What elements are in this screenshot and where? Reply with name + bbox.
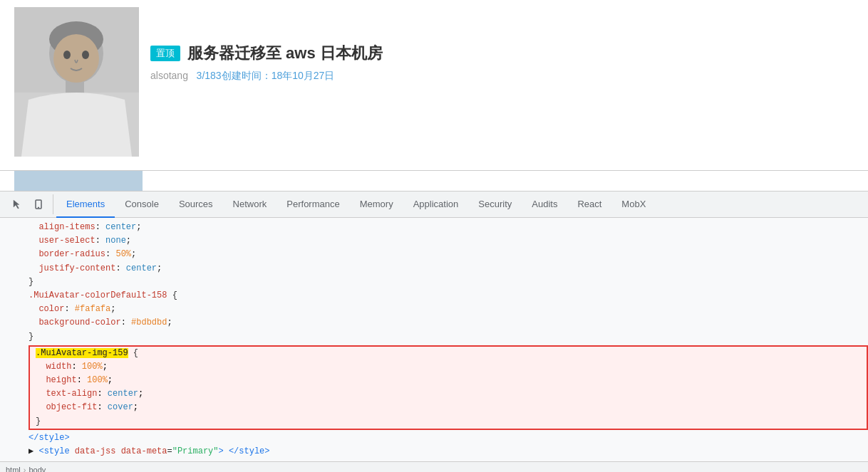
tab-console[interactable]: Console <box>115 191 169 218</box>
tab-memory[interactable]: Memory <box>350 191 403 218</box>
inspect-icon[interactable] <box>7 194 27 214</box>
code-line: .MuiAvatar-colorDefault-158 { <box>0 289 868 303</box>
partial-image-strip <box>14 171 143 191</box>
post-title-row: 置顶 服务器迁移至 aws 日本机房 <box>150 43 383 64</box>
devtools-icon-group <box>3 194 53 214</box>
selected-css-block[interactable]: .MuiAvatar-img-159 { width: 100%; height… <box>29 345 868 430</box>
page-preview: 置顶 服务器迁移至 aws 日本机房 alsotang 3/183创建时间：18… <box>0 0 868 171</box>
post-title: 服务器迁移至 aws 日本机房 <box>187 43 383 64</box>
code-line: align-items: center; <box>0 221 868 234</box>
avatar <box>14 7 139 157</box>
post-info: 置顶 服务器迁移至 aws 日本机房 alsotang 3/183创建时间：18… <box>150 7 383 83</box>
tab-network[interactable]: Network <box>223 191 277 218</box>
breadcrumb-body[interactable]: body <box>29 466 46 472</box>
tab-application[interactable]: Application <box>403 191 469 218</box>
svg-point-6 <box>63 51 71 59</box>
tab-mobx[interactable]: MobX <box>611 191 656 218</box>
code-line-close-brace: } <box>30 415 867 429</box>
post-meta: alsotang 3/183创建时间：18年10月27日 <box>150 70 383 83</box>
code-line: ▶ <style data-jss data-meta="Primary"> <… <box>0 445 868 458</box>
device-toggle-icon[interactable] <box>29 194 48 214</box>
devtools-toolbar: Elements Console Sources Network Perform… <box>0 191 868 218</box>
tab-react[interactable]: React <box>567 191 611 218</box>
code-line-height: height: 100%; <box>30 374 867 387</box>
code-line: justify-content: center; <box>0 262 868 276</box>
code-line: user-select: none; <box>0 234 868 248</box>
tab-performance[interactable]: Performance <box>277 191 349 218</box>
username: alsotang <box>150 70 188 81</box>
code-line: border-radius: 50%; <box>0 248 868 261</box>
code-line: </style> <box>0 431 868 445</box>
code-line-width: width: 100%; <box>30 360 867 374</box>
tab-elements[interactable]: Elements <box>56 191 115 218</box>
top-badge: 置顶 <box>150 46 180 61</box>
code-line: } <box>0 276 868 289</box>
tab-sources[interactable]: Sources <box>169 191 223 218</box>
code-line: } <box>0 330 868 344</box>
code-line: background-color: #bdbdbd; <box>0 316 868 330</box>
tab-security[interactable]: Security <box>468 191 522 218</box>
post-meta-text: 3/183创建时间：18年10月27日 <box>197 70 335 81</box>
bottom-breadcrumb-bar: html › body <box>0 461 868 472</box>
svg-point-5 <box>53 34 99 83</box>
code-line-text-align: text-align: center; <box>30 387 867 401</box>
svg-point-7 <box>82 51 89 59</box>
breadcrumb-sep-1: › <box>24 466 26 472</box>
code-line-object-fit: object-fit: cover; <box>30 401 867 414</box>
code-panel: align-items: center; user-select: none; … <box>0 218 868 461</box>
breadcrumb-html[interactable]: html <box>6 466 21 472</box>
tab-audits[interactable]: Audits <box>522 191 567 218</box>
devtools-tabs: Elements Console Sources Network Perform… <box>56 191 656 218</box>
code-line: color: #fafafa; <box>0 303 868 316</box>
code-line-selector: .MuiAvatar-img-159 { <box>30 347 867 360</box>
